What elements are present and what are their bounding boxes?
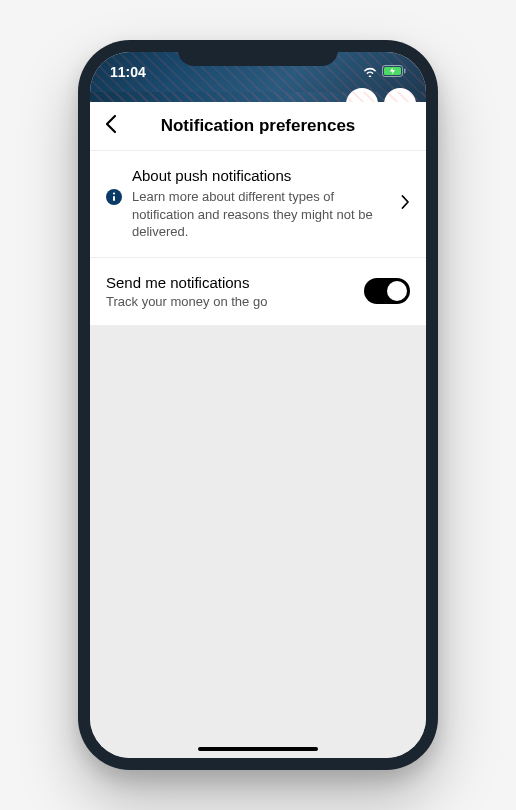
back-button[interactable] (104, 114, 117, 138)
send-notifications-row: Send me notifications Track your money o… (90, 258, 426, 326)
chevron-left-icon (104, 114, 117, 134)
svg-rect-4 (113, 196, 115, 201)
toggle-body: Send me notifications Track your money o… (106, 274, 352, 309)
phone-notch (178, 40, 338, 66)
about-title: About push notifications (132, 167, 380, 184)
content-background (90, 326, 426, 758)
page-title: Notification preferences (106, 116, 410, 136)
header-background-strip (90, 92, 426, 102)
about-notifications-row[interactable]: About push notifications Learn more abou… (90, 151, 426, 258)
info-icon-wrap (106, 167, 122, 209)
about-description: Learn more about different types of noti… (132, 188, 380, 241)
toggle-title: Send me notifications (106, 274, 352, 291)
battery-icon (382, 64, 406, 80)
toggle-description: Track your money on the go (106, 294, 352, 309)
status-right (362, 64, 406, 80)
notifications-toggle[interactable] (364, 278, 410, 304)
phone-screen: 11:04 Notification preferences (90, 52, 426, 758)
about-body: About push notifications Learn more abou… (132, 167, 380, 241)
info-icon (106, 189, 122, 205)
home-indicator[interactable] (198, 747, 318, 751)
svg-point-5 (113, 192, 115, 194)
page-header: Notification preferences (90, 102, 426, 151)
phone-frame: 11:04 Notification preferences (78, 40, 438, 770)
wifi-icon (362, 64, 378, 80)
status-time: 11:04 (110, 64, 146, 80)
toggle-knob (387, 281, 407, 301)
chevron-right-icon (401, 194, 410, 214)
svg-rect-2 (404, 69, 406, 74)
